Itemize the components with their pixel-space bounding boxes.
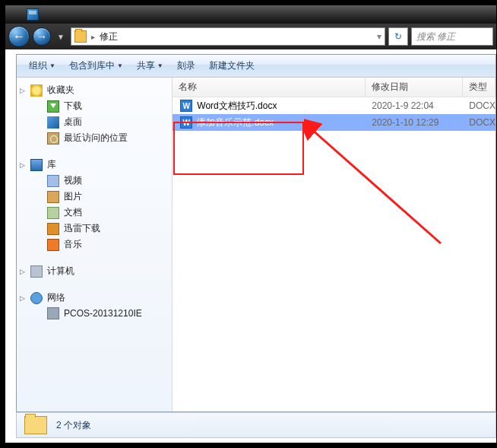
file-name: 添加音乐示范.docx [197, 116, 274, 129]
breadcrumb-folder[interactable]: 修正 [100, 30, 118, 43]
sidebar-desktop[interactable]: 桌面 [17, 114, 172, 130]
organize-button[interactable]: 组织▼ [23, 56, 62, 75]
col-name[interactable]: 名称 [173, 78, 366, 97]
file-list: 名称 修改日期 类型 WWord文档技巧.docx 2020-1-9 22:04… [173, 78, 495, 411]
include-button[interactable]: 包含到库中▼ [63, 56, 129, 75]
sidebar-computer[interactable]: ▷计算机 [17, 263, 172, 279]
file-row[interactable]: W添加音乐示范.docx 2020-1-10 12:29 DOCX [173, 114, 495, 131]
picture-icon [47, 191, 59, 203]
sidebar-documents[interactable]: 文档 [17, 205, 172, 221]
col-date[interactable]: 修改日期 [366, 78, 463, 97]
sidebar-thunder[interactable]: 迅雷下载 [17, 221, 172, 237]
address-dropdown-icon[interactable]: ▾ [377, 31, 381, 42]
burn-button[interactable]: 刻录 [171, 56, 201, 75]
back-button[interactable]: ← [8, 26, 30, 47]
share-button[interactable]: 共享▼ [131, 56, 169, 75]
column-headers: 名称 修改日期 类型 [173, 78, 495, 97]
newfolder-button[interactable]: 新建文件夹 [203, 56, 261, 75]
sidebar-downloads[interactable]: 下载 [17, 98, 172, 114]
forward-button[interactable]: → [33, 27, 51, 46]
nav-row: ← → ▼ ▸ 修正 ▾ ↻ 搜索 修正 [5, 24, 496, 49]
desktop-icon [47, 116, 59, 129]
search-placeholder: 搜索 修正 [416, 30, 455, 43]
sidebar: ▷收藏夹 下载 桌面 最近访问的位置 ▷库 视频 图片 文档 迅雷下载 音乐 ▷… [17, 78, 173, 411]
word-icon: W [180, 100, 192, 112]
explorer-window: ← → ▼ ▸ 修正 ▾ ↻ 搜索 修正 组织▼ 包含到库中▼ 共享▼ 刻录 新… [5, 5, 497, 443]
thunder-icon [47, 223, 59, 235]
panes: ▷收藏夹 下载 桌面 最近访问的位置 ▷库 视频 图片 文档 迅雷下载 音乐 ▷… [17, 78, 495, 411]
sidebar-network[interactable]: ▷网络 [17, 290, 172, 306]
pc-node-icon [47, 307, 59, 319]
sidebar-videos[interactable]: 视频 [17, 173, 172, 189]
address-bar[interactable]: ▸ 修正 ▾ [71, 27, 385, 46]
col-type[interactable]: 类型 [463, 78, 495, 97]
refresh-button[interactable]: ↻ [388, 27, 408, 46]
download-icon [47, 100, 59, 113]
word-icon: W [180, 116, 192, 129]
file-date: 2020-1-10 12:29 [366, 117, 463, 128]
file-type: DOCX [463, 117, 495, 128]
title-bar[interactable] [5, 5, 496, 24]
window-icon [27, 8, 39, 21]
file-row[interactable]: WWord文档技巧.docx 2020-1-9 22:04 DOCX [173, 97, 495, 114]
video-icon [47, 175, 59, 187]
sidebar-pictures[interactable]: 图片 [17, 189, 172, 205]
file-type: DOCX [463, 100, 495, 111]
sidebar-pc-node[interactable]: PCOS-20131210IE [17, 306, 172, 321]
file-name: Word文档技巧.docx [197, 100, 277, 113]
star-icon [30, 84, 43, 97]
search-input[interactable]: 搜索 修正 [411, 27, 493, 46]
computer-icon [30, 265, 43, 278]
library-icon [30, 159, 43, 171]
network-icon [30, 292, 43, 304]
music-icon [47, 239, 59, 251]
document-icon [47, 207, 59, 219]
file-date: 2020-1-9 22:04 [366, 100, 463, 111]
recent-icon [47, 132, 59, 145]
content-frame: 组织▼ 包含到库中▼ 共享▼ 刻录 新建文件夹 ▷收藏夹 下载 桌面 最近访问的… [16, 54, 496, 412]
history-dropdown[interactable]: ▼ [54, 33, 68, 41]
sidebar-libraries[interactable]: ▷库 [17, 157, 172, 173]
folder-icon [24, 416, 47, 434]
sidebar-favorites[interactable]: ▷收藏夹 [17, 82, 172, 98]
status-bar: 2 个对象 [16, 412, 496, 438]
sidebar-music[interactable]: 音乐 [17, 237, 172, 253]
toolbar: 组织▼ 包含到库中▼ 共享▼ 刻录 新建文件夹 [17, 55, 495, 78]
status-count: 2 个对象 [56, 419, 91, 432]
folder-icon [74, 30, 87, 43]
breadcrumb-separator-icon: ▸ [91, 33, 95, 41]
sidebar-recent[interactable]: 最近访问的位置 [17, 130, 172, 146]
